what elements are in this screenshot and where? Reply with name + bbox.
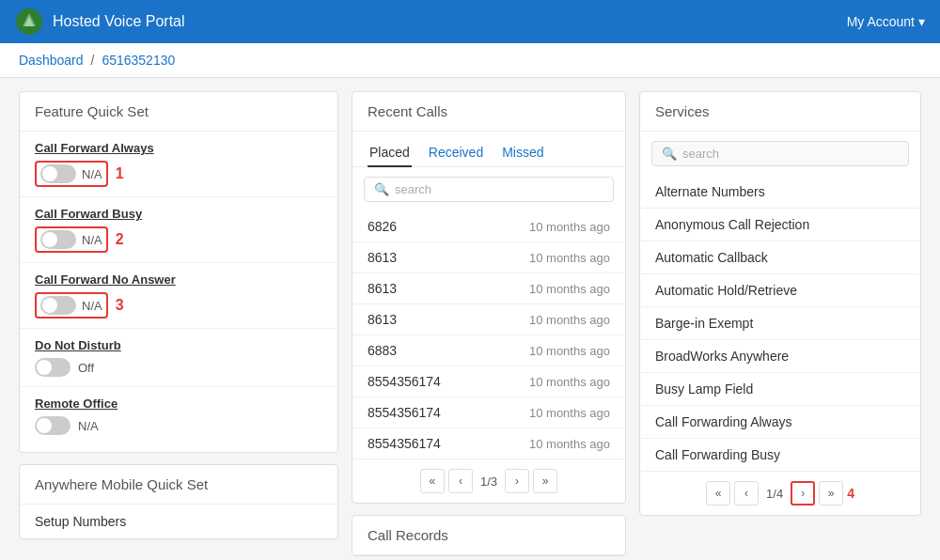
services-prev-page-button[interactable]: ‹	[734, 481, 759, 506]
service-row[interactable]: Call Forwarding Always	[640, 406, 920, 439]
feature-remote-office-control: N/A	[35, 416, 322, 435]
my-account-label: My Account	[847, 14, 915, 29]
feature-do-not-disturb-control: Off	[35, 358, 322, 377]
service-row[interactable]: Busy Lamp Field	[640, 373, 920, 406]
remote-office-value: N/A	[78, 419, 99, 433]
service-row[interactable]: Call Forwarding Busy	[640, 439, 920, 471]
call-forward-busy-toggle[interactable]	[40, 230, 76, 249]
services-next-page-button[interactable]: ›	[791, 481, 815, 506]
feature-call-forward-always-label[interactable]: Call Forward Always	[35, 141, 322, 155]
services-list: Alternate Numbers Anonymous Call Rejecti…	[640, 176, 920, 471]
calls-page-info: 1/3	[477, 474, 501, 489]
search-icon: 🔍	[662, 147, 677, 161]
call-time: 10 months ago	[529, 282, 610, 296]
service-row[interactable]: Barge-in Exempt	[640, 307, 920, 340]
left-column: Feature Quick Set Call Forward Always N/…	[19, 91, 338, 539]
feature-quick-set-title: Feature Quick Set	[20, 92, 337, 132]
right-column: Services 🔍 search Alternate Numbers Anon…	[639, 91, 921, 516]
my-account-button[interactable]: My Account ▾	[847, 14, 925, 29]
call-row: 8613 10 months ago	[352, 273, 625, 304]
annotation-3: 3	[116, 297, 124, 314]
setup-numbers-link[interactable]: Setup Numbers	[20, 505, 337, 538]
call-row: 8554356174 10 months ago	[352, 366, 625, 397]
call-forward-busy-value: N/A	[82, 233, 102, 247]
calls-search-bar[interactable]: 🔍 search	[364, 177, 614, 202]
anywhere-mobile-title: Anywhere Mobile Quick Set	[20, 465, 337, 505]
feature-remote-office: Remote Office N/A	[20, 387, 337, 444]
breadcrumb-separator: /	[91, 53, 95, 68]
calls-pagination: « ‹ 1/3 › »	[352, 459, 625, 503]
calls-last-page-button[interactable]: »	[533, 469, 557, 493]
feature-call-forward-always: Call Forward Always N/A 1	[20, 132, 337, 197]
chevron-down-icon: ▾	[918, 14, 925, 29]
feature-call-forward-no-answer: Call Forward No Answer N/A 3	[20, 263, 337, 329]
call-time: 10 months ago	[529, 344, 610, 358]
call-time: 10 months ago	[529, 251, 610, 265]
feature-call-forward-busy-label[interactable]: Call Forward Busy	[35, 207, 322, 221]
call-time: 10 months ago	[529, 375, 610, 389]
header: Hosted Voice Portal My Account ▾	[0, 0, 940, 43]
call-time: 10 months ago	[529, 406, 610, 420]
calls-search-placeholder: search	[395, 182, 431, 196]
call-number: 6826	[368, 219, 397, 234]
call-number: 8613	[368, 250, 397, 265]
calls-first-page-button[interactable]: «	[420, 469, 445, 493]
call-row: 8613 10 months ago	[352, 242, 625, 273]
call-forward-no-answer-toggle[interactable]	[40, 296, 76, 315]
search-icon: 🔍	[374, 182, 389, 196]
services-pagination: « ‹ 1/4 › » 4	[640, 471, 920, 515]
tab-placed[interactable]: Placed	[368, 139, 412, 167]
services-search-placeholder: search	[682, 147, 719, 161]
services-first-page-button[interactable]: «	[706, 481, 730, 506]
service-row[interactable]: Alternate Numbers	[640, 176, 920, 209]
call-forward-always-toggle[interactable]	[40, 164, 76, 183]
remote-office-toggle[interactable]	[35, 416, 70, 435]
services-panel: Services 🔍 search Alternate Numbers Anon…	[639, 91, 921, 516]
services-title: Services	[640, 92, 920, 132]
service-row[interactable]: Automatic Callback	[640, 241, 920, 274]
call-row: 8554356174 10 months ago	[352, 397, 625, 428]
call-number: 8613	[368, 312, 397, 327]
services-search-bar[interactable]: 🔍 search	[651, 141, 909, 166]
anywhere-mobile-panel: Anywhere Mobile Quick Set Setup Numbers	[19, 464, 338, 539]
annotation-4: 4	[847, 486, 854, 501]
tab-received[interactable]: Received	[427, 139, 485, 167]
call-number: 8554356174	[368, 405, 441, 420]
call-row: 8613 10 months ago	[352, 304, 625, 335]
logo-icon	[15, 8, 43, 36]
tab-missed[interactable]: Missed	[500, 139, 545, 167]
feature-call-forward-no-answer-label[interactable]: Call Forward No Answer	[35, 272, 322, 287]
feature-call-forward-always-control: N/A 1	[35, 161, 322, 187]
header-left: Hosted Voice Portal	[15, 8, 185, 36]
annotation-2: 2	[116, 231, 124, 248]
feature-quick-set-panel: Feature Quick Set Call Forward Always N/…	[19, 91, 338, 453]
feature-remote-office-label[interactable]: Remote Office	[35, 397, 322, 411]
annotation-1: 1	[116, 165, 124, 182]
feature-do-not-disturb: Do Not Disturb Off	[20, 329, 337, 387]
call-number: 8554356174	[368, 374, 441, 389]
app-title: Hosted Voice Portal	[53, 13, 185, 30]
call-forward-no-answer-value: N/A	[82, 299, 102, 313]
middle-column: Recent Calls Placed Received Missed 🔍 se…	[352, 91, 626, 556]
services-last-page-button[interactable]: »	[819, 481, 843, 506]
call-time: 10 months ago	[529, 220, 610, 234]
feature-do-not-disturb-label[interactable]: Do Not Disturb	[35, 338, 322, 352]
call-time: 10 months ago	[529, 313, 610, 327]
service-row[interactable]: BroadWorks Anywhere	[640, 340, 920, 373]
call-number: 8613	[368, 281, 397, 296]
call-row: 6883 10 months ago	[352, 335, 625, 366]
do-not-disturb-value: Off	[78, 361, 94, 375]
service-row[interactable]: Automatic Hold/Retrieve	[640, 274, 920, 307]
calls-list: 6826 10 months ago 8613 10 months ago 86…	[352, 211, 625, 459]
call-number: 8554356174	[368, 436, 441, 451]
service-row[interactable]: Anonymous Call Rejection	[640, 209, 920, 241]
breadcrumb-phone[interactable]: 6516352130	[102, 53, 175, 68]
calls-next-page-button[interactable]: ›	[505, 469, 529, 493]
breadcrumb-dashboard[interactable]: Dashboard	[19, 53, 84, 68]
calls-prev-page-button[interactable]: ‹	[448, 469, 473, 493]
call-records-panel: Call Records	[352, 515, 626, 556]
call-forward-no-answer-highlighted: N/A	[35, 292, 108, 319]
call-number: 6883	[368, 343, 397, 358]
services-page-info: 1/4	[762, 487, 787, 501]
do-not-disturb-toggle[interactable]	[35, 358, 70, 377]
